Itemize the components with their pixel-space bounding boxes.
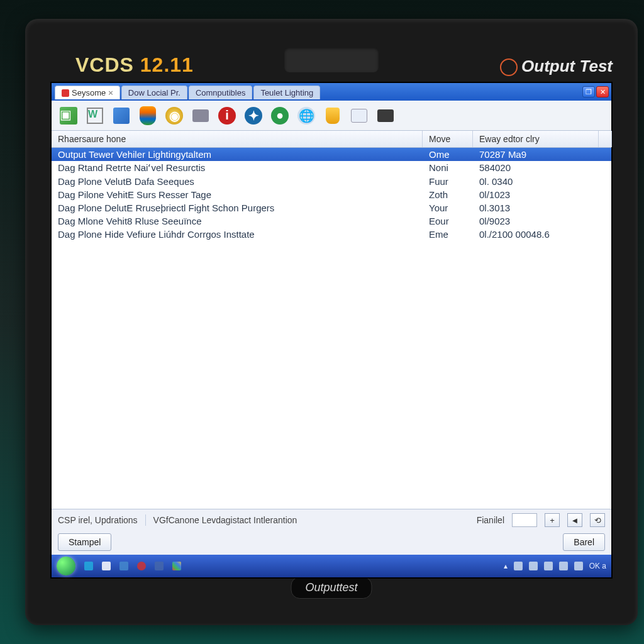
list-item[interactable]: Dag Rtand Retrte Naiʻvel Resurctis Noni … xyxy=(52,161,611,175)
tray-chat-icon[interactable] xyxy=(514,562,523,570)
system-tray: ▴ OK a xyxy=(504,562,606,570)
list-item[interactable]: Dag Plone Hide Vefiure Liúhdr Corrgos In… xyxy=(52,228,611,241)
cell-move: Zoth xyxy=(429,189,479,200)
youtube-icon xyxy=(62,89,69,97)
tab-label: Comnputibles xyxy=(196,88,246,97)
col-editor[interactable]: Eway edtor clry xyxy=(473,131,599,147)
export-icon[interactable] xyxy=(111,105,132,126)
list-body[interactable]: Output Tewer Vehiler Lightingytaltem Ome… xyxy=(52,148,611,509)
info-red-icon[interactable]: i xyxy=(216,105,238,126)
globe-green-icon[interactable]: ● xyxy=(269,105,291,126)
stampel-button[interactable]: Stampel xyxy=(58,533,111,551)
compass-icon[interactable]: ✦ xyxy=(243,105,264,126)
tray-time[interactable]: OK a xyxy=(589,562,606,570)
brand-label: VCDS 12.11 xyxy=(75,53,194,77)
refresh-button[interactable]: ⟲ xyxy=(590,513,605,527)
plus-button[interactable]: + xyxy=(545,513,560,527)
list-item[interactable]: Dag Plone VelutB Dafa Seeques Fuur 0l. 0… xyxy=(52,175,611,188)
person-card-icon[interactable] xyxy=(348,105,370,126)
cell-editor: 0l/1023 xyxy=(479,189,605,200)
list-item[interactable]: Dag Plone DelutE Rruseþriectl Fight Scho… xyxy=(52,201,611,214)
cell-move: Eour xyxy=(429,216,479,226)
cell-name: Dag Plone DelutE Rruseþriectl Fight Scho… xyxy=(58,203,429,213)
status-right-label: Fianilel xyxy=(477,515,504,525)
prev-button[interactable]: ◄ xyxy=(567,513,582,527)
cell-name: Output Tewer Vehiler Lightingytaltem xyxy=(58,149,429,160)
task-notes-icon[interactable] xyxy=(155,562,164,570)
tray-flag-icon[interactable] xyxy=(544,562,553,570)
status-left1: CSP irel, Updrations xyxy=(58,515,138,525)
value-field[interactable] xyxy=(512,513,537,527)
cell-name: Dag Rtand Retrte Naiʻvel Resurctis xyxy=(58,162,429,174)
shield-icon[interactable] xyxy=(137,105,158,126)
cell-editor: 0l. 0340 xyxy=(479,176,605,187)
cell-editor: 0l/9023 xyxy=(479,216,605,226)
cell-editor: 0l./2100 00048.6 xyxy=(479,229,605,240)
globe-gold-icon[interactable]: ◉ xyxy=(164,105,185,126)
tab-dow-local[interactable]: Dow Locial Pr. xyxy=(121,86,187,99)
tab-label: Seysome xyxy=(72,88,106,97)
toolbar: ▣ W ◉ i ✦ ● 🌐 xyxy=(52,101,611,131)
col-name[interactable]: Rhaersaure hone xyxy=(52,131,423,147)
cell-name: Dag Plone Hide Vefiure Liúhdr Corrgos In… xyxy=(58,229,429,240)
cell-name: Dag Pilone VehitE Surs Resser Tage xyxy=(58,189,429,200)
cell-move: Noni xyxy=(429,162,479,174)
bezel-bottom-label: Outputtest xyxy=(291,577,372,599)
bezel-latch xyxy=(284,47,379,72)
drive-icon[interactable] xyxy=(190,105,211,126)
tab-teulet-lighting[interactable]: Teulet Lighting xyxy=(253,86,320,99)
restore-button[interactable]: ❐ xyxy=(582,86,595,97)
list-item[interactable]: Dag Pilone VehitE Surs Resser Tage Zoth … xyxy=(52,188,611,201)
bezel-right-label: Output Test xyxy=(500,57,613,76)
task-ie-icon[interactable] xyxy=(84,562,93,570)
cell-move: Fuur xyxy=(429,176,479,187)
list-item[interactable]: Dag Mlone Vehit8 Rluse Seeuïnce Eour 0l/… xyxy=(52,214,611,228)
tray-wifi-icon[interactable] xyxy=(574,562,583,570)
tray-battery-icon[interactable] xyxy=(559,562,568,570)
tab-close-icon[interactable]: × xyxy=(108,88,113,97)
barel-button[interactable]: Barel xyxy=(563,533,605,551)
bottom-panel: CSP irel, Updrations VGfCanone Levdagist… xyxy=(52,509,611,555)
tab-compatibles[interactable]: Comnputibles xyxy=(189,86,253,99)
device-bezel: Routlight1 VCDS 12.11 Output Test Output… xyxy=(25,19,638,625)
start-button[interactable] xyxy=(57,557,75,575)
task-house-icon[interactable] xyxy=(102,562,111,570)
tray-shield-icon[interactable] xyxy=(529,562,538,570)
tab-label: Dow Locial Pr. xyxy=(128,88,180,97)
column-headers: Rhaersaure hone Move Eway edtor clry xyxy=(52,131,611,148)
tray-arrow-icon[interactable]: ▴ xyxy=(504,562,508,570)
col-spacer xyxy=(599,131,612,147)
list-item[interactable]: Output Tewer Vehiler Lightingytaltem Ome… xyxy=(52,148,611,161)
task-apple-icon[interactable] xyxy=(137,562,146,570)
cell-move: Ome xyxy=(429,149,479,160)
window-controls: ❐ ✕ xyxy=(582,86,609,97)
close-button[interactable]: ✕ xyxy=(596,86,609,97)
cell-editor: 584020 xyxy=(479,162,605,174)
status-left2: VGfCanone Levdagistact Intlerantion xyxy=(153,515,297,525)
cell-move: Your xyxy=(429,203,479,213)
cell-editor: 0l.3013 xyxy=(479,203,605,213)
taskbar[interactable]: ▴ OK a xyxy=(52,555,611,577)
cell-name: Dag Plone VelutB Dafa Seeques xyxy=(58,176,429,187)
task-grid-icon[interactable] xyxy=(172,562,181,570)
cell-name: Dag Mlone Vehit8 Rluse Seeuïnce xyxy=(58,216,429,226)
tab-label: Teulet Lighting xyxy=(260,88,313,97)
brand-logo-icon xyxy=(500,58,518,76)
world-icon[interactable]: 🌐 xyxy=(296,105,317,126)
security-icon[interactable] xyxy=(322,105,343,126)
briefcase-icon[interactable] xyxy=(375,105,396,126)
document-icon[interactable]: W xyxy=(84,105,106,126)
col-move[interactable]: Move xyxy=(423,131,473,147)
app-icon[interactable]: ▣ xyxy=(58,105,79,126)
cell-editor: 70287 Ma9 xyxy=(479,149,605,160)
titlebar: Seysome × Dow Locial Pr. Comnputibles Te… xyxy=(52,83,611,101)
screen: Seysome × Dow Locial Pr. Comnputibles Te… xyxy=(50,82,613,579)
tab-seysome[interactable]: Seysome × xyxy=(55,86,120,99)
cell-move: Eme xyxy=(429,229,479,240)
task-user-icon[interactable] xyxy=(119,562,128,570)
